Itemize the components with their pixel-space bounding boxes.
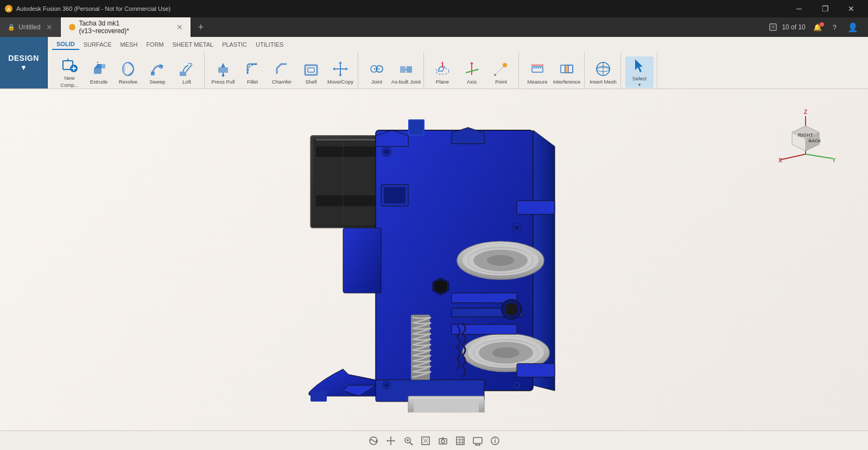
minimize-button[interactable]: ─ xyxy=(787,0,812,17)
grid-button[interactable] xyxy=(453,433,468,448)
svg-rect-17 xyxy=(159,64,163,69)
svg-rect-36 xyxy=(407,66,412,73)
press-pull-button[interactable]: Press Pull xyxy=(209,56,237,88)
shell-button[interactable]: Shell xyxy=(297,56,325,88)
extrude-button[interactable]: Extrude xyxy=(85,56,113,88)
tab-utilities[interactable]: UTILITIES xyxy=(251,40,288,49)
joint-label: Joint xyxy=(371,79,382,85)
profile-button[interactable]: 👤 xyxy=(844,20,861,35)
tab-solid[interactable]: SOLID xyxy=(52,39,79,50)
restore-button[interactable]: ❐ xyxy=(813,0,838,17)
fillet-icon xyxy=(244,60,261,78)
help-button[interactable]: ? xyxy=(829,21,840,34)
loft-button[interactable]: Loft xyxy=(173,56,201,88)
display-button[interactable] xyxy=(470,433,485,448)
new-component-button[interactable]: New Comp... xyxy=(55,56,84,88)
inspect-bottom-icon xyxy=(490,436,500,446)
svg-marker-29 xyxy=(339,74,342,77)
point-icon xyxy=(492,60,510,78)
camera-button[interactable] xyxy=(435,433,451,448)
fillet-label: Fillet xyxy=(247,79,258,85)
inspect-bottom-button[interactable] xyxy=(487,433,503,448)
svg-marker-143 xyxy=(427,439,428,440)
svg-point-102 xyxy=(514,225,519,230)
fit-button[interactable] xyxy=(418,433,433,448)
tab-form[interactable]: FORM xyxy=(142,40,168,49)
plane-button[interactable]: Plane xyxy=(428,56,457,88)
select-button[interactable]: Select ▼ xyxy=(625,56,654,88)
move-button[interactable]: Move/Copy xyxy=(326,56,354,88)
svg-rect-98 xyxy=(452,324,517,334)
point-button[interactable]: Point xyxy=(487,56,515,88)
joint-button[interactable]: Joint xyxy=(363,56,391,88)
tab-plastic[interactable]: PLASTIC xyxy=(218,40,251,49)
interference-button[interactable]: Interference xyxy=(553,56,581,88)
svg-marker-31 xyxy=(346,67,348,71)
close-button[interactable]: ✕ xyxy=(839,0,864,17)
zoom-button[interactable] xyxy=(401,433,416,448)
canvas-area[interactable]: Z X Y RIGHT BACK xyxy=(0,89,868,430)
notification-button[interactable]: 🔔 xyxy=(810,21,825,34)
view-cube[interactable]: Z X Y RIGHT BACK xyxy=(776,105,835,165)
tab-surface[interactable]: SURFACE xyxy=(79,40,116,49)
svg-line-122 xyxy=(806,154,833,159)
revolve-button[interactable]: Revolve xyxy=(114,56,142,88)
chamfer-label: Chamfer xyxy=(272,79,292,85)
orbit-button[interactable] xyxy=(366,433,381,448)
tab-count: 10 of 10 xyxy=(782,23,805,31)
design-dropdown[interactable]: DESIGN ▼ xyxy=(0,37,48,88)
insert-mesh-button[interactable]: Insert Mesh xyxy=(589,56,617,88)
measure-button[interactable]: Measure xyxy=(523,56,552,88)
design-caret: ▼ xyxy=(20,64,27,72)
svg-rect-20 xyxy=(218,67,228,73)
svg-line-138 xyxy=(410,442,413,445)
axis-button[interactable]: Axis xyxy=(458,56,486,88)
svg-rect-59 xyxy=(565,65,568,73)
svg-marker-142 xyxy=(423,439,425,440)
modify-icons: Press Pull Fillet xyxy=(206,52,358,89)
sweep-button[interactable]: Sweep xyxy=(143,56,172,88)
svg-rect-149 xyxy=(457,437,464,445)
svg-rect-81 xyxy=(414,398,479,412)
tab-tacha[interactable]: Tacha 3d mk1 (v13~recovered)* ✕ xyxy=(61,17,191,37)
title-bar-left: A Autodesk Fusion 360 (Personal - Not fo… xyxy=(4,4,170,13)
sweep-label: Sweep xyxy=(149,79,165,85)
extrude-icon xyxy=(90,60,107,78)
tab-sheetmetal[interactable]: SHEET METAL xyxy=(168,40,218,49)
svg-rect-25 xyxy=(308,68,314,72)
svg-marker-135 xyxy=(387,440,388,442)
insert-icons: Insert Mesh xyxy=(586,52,620,89)
svg-text:Y: Y xyxy=(832,157,835,163)
design-label: DESIGN xyxy=(8,54,39,62)
assemble-icons: Joint As-built Joint xyxy=(359,52,423,89)
new-component-icon xyxy=(61,56,78,74)
svg-marker-145 xyxy=(427,442,428,443)
revolve-label: Revolve xyxy=(119,79,137,85)
tab-tacha-close[interactable]: ✕ xyxy=(176,23,183,31)
svg-marker-56 xyxy=(543,64,543,66)
svg-point-85 xyxy=(487,255,514,265)
interference-icon xyxy=(558,60,575,78)
tab-untitled-close[interactable]: ✕ xyxy=(46,23,53,31)
svg-point-2 xyxy=(69,24,75,30)
svg-point-148 xyxy=(441,440,445,443)
svg-point-117 xyxy=(505,302,518,315)
svg-rect-113 xyxy=(517,363,555,377)
tab-bar: 🔒 Untitled ✕ Tacha 3d mk1 (v13~recovered… xyxy=(0,17,868,37)
svg-point-100 xyxy=(384,149,389,154)
svg-marker-39 xyxy=(438,67,445,71)
measure-label: Measure xyxy=(528,79,548,85)
pan-button[interactable] xyxy=(383,433,398,448)
add-tab-button[interactable]: + xyxy=(191,17,211,37)
chamfer-button[interactable]: Chamfer xyxy=(268,56,296,88)
title-bar-right: ─ ❐ ✕ xyxy=(787,0,864,17)
app-icon: A xyxy=(4,4,13,13)
insert-mesh-icon xyxy=(594,60,612,78)
as-built-joint-button[interactable]: As-built Joint xyxy=(392,56,420,88)
fillet-button[interactable]: Fillet xyxy=(238,56,267,88)
tab-mesh[interactable]: MESH xyxy=(116,40,142,49)
plane-label: Plane xyxy=(436,79,449,85)
svg-rect-18 xyxy=(180,72,186,76)
tab-untitled[interactable]: 🔒 Untitled ✕ xyxy=(0,17,61,37)
shell-label: Shell xyxy=(305,79,316,85)
